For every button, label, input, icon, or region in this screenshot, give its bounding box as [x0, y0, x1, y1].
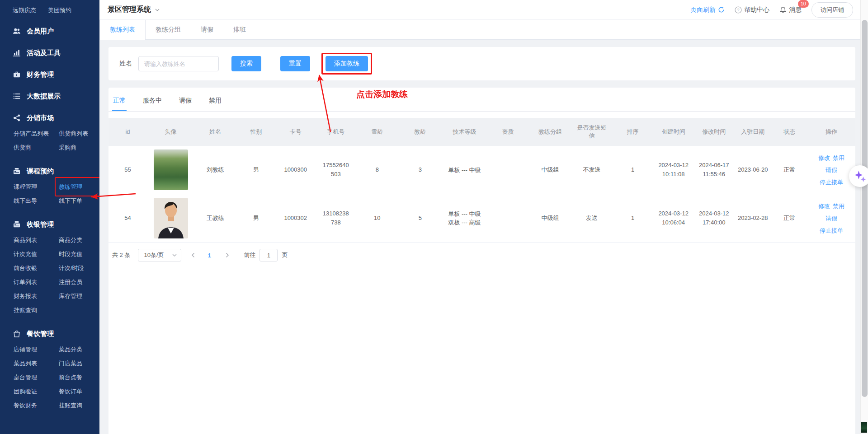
- sidebar-top-link[interactable]: 美团预约: [48, 6, 71, 14]
- status-tab[interactable]: 禁用: [208, 95, 222, 111]
- coach-avatar: [154, 198, 188, 238]
- reset-button[interactable]: 重置: [280, 56, 310, 71]
- status-tab[interactable]: 服务中: [142, 95, 163, 111]
- column-header-group: 教练分组: [529, 118, 571, 146]
- sidebar-item[interactable]: 菜品列表: [14, 356, 59, 370]
- action-link[interactable]: 停止接单: [820, 176, 843, 188]
- sidebar-section-title[interactable]: 餐饮管理: [0, 329, 99, 339]
- messages-badge: 10: [798, 0, 809, 8]
- sidebar-item[interactable]: 库存管理: [59, 289, 99, 303]
- ai-assistant-fab[interactable]: [849, 165, 868, 187]
- sidebar-nav: 会员用户活动及工具财务管理大数据展示分销市场分销产品列表供货商列表供货商采购商课…: [0, 26, 99, 412]
- sidebar-item[interactable]: 挂账查询: [59, 398, 99, 412]
- column-header-level: 技术等级: [442, 118, 486, 146]
- action-link[interactable]: 禁用: [833, 200, 844, 212]
- visit-shop-button[interactable]: 访问店铺: [811, 2, 853, 18]
- sidebar-item[interactable]: 店铺管理: [14, 342, 59, 356]
- sidebar-item[interactable]: 餐饮财务: [14, 398, 59, 412]
- page-number[interactable]: 1: [203, 252, 216, 259]
- column-header-joined: 入驻日期: [734, 118, 772, 146]
- sidebar-section-title[interactable]: 会员用户: [0, 26, 99, 36]
- table-cell-qualification: [486, 146, 529, 194]
- sidebar-item[interactable]: 计次/时段: [59, 261, 99, 275]
- sidebar-item[interactable]: 商品列表: [14, 233, 59, 247]
- sidebar-item[interactable]: 菜品分类: [59, 342, 99, 356]
- sidebar-section-title[interactable]: 活动及工具: [0, 48, 99, 58]
- table-cell-gender: 男: [236, 194, 276, 243]
- tab-item[interactable]: 请假: [191, 20, 223, 40]
- sidebar-item[interactable]: 线下出导: [14, 194, 59, 208]
- search-button[interactable]: 搜索: [231, 56, 261, 71]
- status-tab[interactable]: 请假: [178, 95, 193, 111]
- sidebar-item[interactable]: 财务报表: [14, 289, 59, 303]
- sidebar-section-title[interactable]: 分销市场: [0, 113, 99, 123]
- sidebar-item-coach-management[interactable]: 教练管理: [59, 183, 82, 190]
- tab-item[interactable]: 教练分组: [146, 20, 191, 40]
- table-cell-gender: 男: [236, 146, 276, 194]
- page-refresh-link[interactable]: 页面刷新: [690, 6, 725, 14]
- column-header-gender: 性别: [236, 118, 276, 146]
- coach-avatar: [154, 149, 188, 190]
- column-header-actions: 操作: [807, 118, 855, 146]
- goto-label: 前往: [244, 251, 255, 259]
- table-cell-created: 2024-03-12 10:11:08: [653, 146, 694, 194]
- status-tab[interactable]: 正常: [112, 95, 127, 111]
- page-size-select[interactable]: 10条/页: [138, 249, 181, 261]
- sidebar-item[interactable]: 课程管理: [14, 180, 59, 194]
- sidebar-item[interactable]: 商品分类: [59, 233, 99, 247]
- sidebar-section-title[interactable]: 财务管理: [0, 70, 99, 79]
- column-header-id: id: [108, 118, 147, 146]
- coach-name-input[interactable]: [138, 56, 219, 71]
- help-center-link[interactable]: ? 帮助中心: [735, 6, 769, 14]
- column-header-sms: 是否发送短信: [571, 118, 613, 146]
- table-cell-group: 中级组: [529, 146, 571, 194]
- sidebar-item[interactable]: 分销产品列表: [14, 126, 59, 140]
- sidebar-item[interactable]: 线下下单: [59, 194, 99, 208]
- chevron-left-icon: [191, 252, 195, 258]
- sidebar-item[interactable]: 餐饮订单: [59, 384, 99, 398]
- row-actions: 修改禁用请假停止接单: [816, 152, 847, 188]
- sidebar-item[interactable]: 供货商: [14, 140, 59, 154]
- sidebar-subitems: 分销产品列表供货商列表供货商采购商: [0, 126, 99, 154]
- action-link[interactable]: 修改: [818, 152, 830, 164]
- action-link[interactable]: 禁用: [833, 152, 844, 164]
- app-title[interactable]: 景区管理系统: [108, 5, 160, 14]
- tab-active[interactable]: 教练列表: [99, 20, 146, 40]
- briefcase-icon: [13, 70, 21, 79]
- sidebar-item[interactable]: 桌台管理: [14, 370, 59, 384]
- users-icon: [13, 27, 21, 35]
- total-count: 共 2 条: [112, 251, 130, 259]
- sidebar-item[interactable]: 挂账查询: [14, 303, 59, 317]
- sidebar-item[interactable]: 前台收银: [14, 261, 59, 275]
- sidebar-item[interactable]: 供货商列表: [59, 126, 99, 140]
- action-link[interactable]: 修改: [818, 200, 830, 212]
- goto-page-input[interactable]: [259, 249, 278, 261]
- sidebar-section-title[interactable]: 收银管理: [0, 219, 99, 229]
- sidebar-item[interactable]: 门店菜品: [59, 356, 99, 370]
- messages-link[interactable]: 消息 10: [779, 6, 802, 14]
- prev-page-button[interactable]: [187, 249, 199, 261]
- sidebar-top-link[interactable]: 远期房态: [13, 6, 36, 14]
- sidebar-item[interactable]: 前台点餐: [59, 370, 99, 384]
- question-circle-icon: ?: [735, 6, 742, 14]
- next-page-button[interactable]: [222, 249, 233, 261]
- column-header-status: 状态: [772, 118, 807, 146]
- add-coach-button[interactable]: 添加教练: [326, 56, 368, 71]
- bell-icon: [779, 6, 787, 14]
- sidebar-item[interactable]: 团购验证: [14, 384, 59, 398]
- action-link[interactable]: 停止接单: [820, 224, 843, 237]
- table-cell-avatar: [147, 194, 194, 243]
- tab-item[interactable]: 排班: [223, 20, 256, 40]
- table-cell-sort: 1: [613, 194, 653, 243]
- sidebar-section-title[interactable]: 课程预约: [0, 166, 99, 176]
- scrollbar-thumb[interactable]: [862, 20, 868, 397]
- sidebar-item[interactable]: 采购商: [59, 140, 99, 154]
- sidebar-item[interactable]: 订单列表: [14, 275, 59, 289]
- action-link[interactable]: 请假: [826, 164, 837, 176]
- sidebar-item[interactable]: 计次充值: [14, 247, 59, 261]
- sidebar-section-title[interactable]: 大数据展示: [0, 91, 99, 101]
- page-size-value: 10条/页: [144, 251, 164, 259]
- sidebar-item[interactable]: 注册会员: [59, 275, 99, 289]
- sidebar-item[interactable]: 时段充值: [59, 247, 99, 261]
- action-link[interactable]: 请假: [826, 212, 837, 224]
